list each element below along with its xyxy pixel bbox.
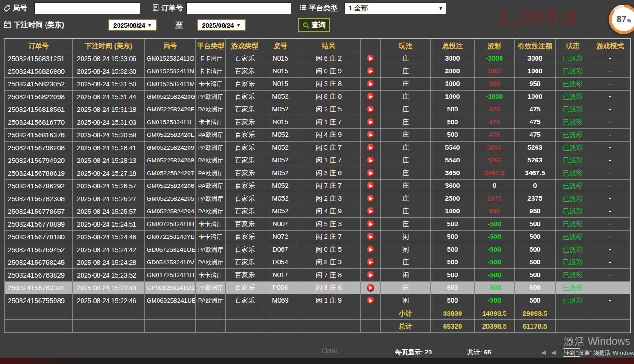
play-icon[interactable] [367, 258, 374, 266]
table-row[interactable]: 2508241567638292025-08-24 15:23:52GN0172… [5, 269, 630, 282]
cell-play[interactable] [361, 192, 381, 205]
table-row[interactable]: 2508241567633012025-08-24 15:23:48GP0062… [5, 282, 630, 294]
table-row[interactable]: 2508241567708992025-08-24 15:24:51GN0072… [5, 218, 630, 231]
round-number-input[interactable] [34, 2, 140, 14]
table-row[interactable]: 2508241568167702025-08-24 15:31:03GN0152… [5, 116, 630, 129]
play-icon[interactable] [367, 169, 374, 177]
cell-play[interactable] [361, 65, 381, 78]
table-row[interactable]: 2508241568220982025-08-24 15:31:44GM0522… [5, 91, 630, 103]
table-row[interactable]: 2508241568230522025-08-24 15:31:50GN0152… [5, 78, 630, 91]
cell-play[interactable] [361, 52, 381, 65]
cell-payout: 1900 [475, 65, 515, 78]
cell-play[interactable] [361, 269, 381, 282]
cell-play[interactable] [361, 154, 381, 167]
play-icon[interactable] [367, 246, 374, 253]
cell-play[interactable] [361, 243, 381, 256]
cell-payout: -500 [475, 231, 515, 243]
cell-total-bet: 2000 [431, 65, 475, 78]
table-row[interactable]: 2508241567886192025-08-24 15:27:18GM0522… [5, 167, 630, 180]
cell-play[interactable] [361, 218, 381, 231]
table-row[interactable]: 2508241568185612025-08-24 15:31:18GM0522… [5, 103, 630, 116]
play-icon[interactable] [367, 106, 374, 113]
column-header: 局号 [145, 39, 196, 52]
cell-play[interactable] [361, 91, 381, 103]
play-icon[interactable] [367, 297, 374, 304]
table-row[interactable]: 2508241567559892025-08-24 15:22:46GM0692… [5, 294, 630, 307]
date-from-value: 2025/08/24 [113, 22, 145, 29]
play-icon[interactable] [367, 157, 374, 164]
table-row[interactable]: 2508241567823082025-08-24 15:26:27GM0522… [5, 192, 630, 205]
cell-side: 庄 [381, 91, 431, 103]
cell-payout: 5263 [475, 154, 515, 167]
play-icon[interactable] [367, 131, 374, 139]
cell-round-no: GD067258241OE [145, 243, 196, 256]
play-icon[interactable] [367, 195, 374, 202]
play-icon[interactable] [367, 80, 374, 88]
platform-type-select[interactable]: 1.全部 ▼ [344, 2, 446, 14]
cell-round-no: GM0522582420G [145, 91, 196, 103]
table-row[interactable]: 2508241567949202025-08-24 15:28:13GM0522… [5, 154, 630, 167]
play-icon[interactable] [367, 220, 374, 228]
cell-round-no: GD0542582419V [145, 256, 196, 269]
date-to-picker[interactable]: 2025/08/24 ▼ [197, 19, 246, 31]
table-row[interactable]: 2508241567786572025-08-24 15:25:57GM0522… [5, 205, 630, 218]
table-row[interactable]: 2508241567701802025-08-24 15:24:46GN0722… [5, 231, 630, 243]
footer-empty-cell [196, 307, 226, 320]
play-icon[interactable] [367, 93, 374, 101]
cell-order-no: 250824156826980 [5, 65, 73, 78]
play-icon[interactable] [367, 144, 374, 152]
windows-activation-hint: 转到"设置"以激活 Windows [563, 349, 634, 357]
cell-valid-bet: 475 [515, 103, 556, 116]
play-icon[interactable] [367, 284, 374, 292]
cell-play[interactable] [361, 205, 381, 218]
play-icon[interactable] [367, 67, 374, 75]
cell-side: 闲 [381, 269, 431, 282]
play-icon[interactable] [367, 207, 374, 215]
cell-status: 已派彩 [556, 154, 590, 167]
cell-bet-time: 2025-08-24 15:24:46 [73, 231, 145, 243]
cell-status: 已派彩 [556, 269, 590, 282]
cell-play[interactable] [361, 294, 381, 307]
column-header: 订单号 [5, 39, 73, 52]
cell-platform: PA欧洲厅 [196, 129, 226, 142]
order-number-input[interactable] [186, 2, 291, 14]
cell-table-no: M069 [264, 294, 297, 307]
cell-play[interactable] [361, 129, 381, 142]
table-row[interactable]: 2508241567694522025-08-24 15:24:42GD0672… [5, 243, 630, 256]
cell-game-type: 百家乐 [226, 78, 264, 91]
prev-page-icon[interactable]: ◀ [551, 349, 556, 356]
cell-result: 闲 0 庄 5 [297, 243, 361, 256]
search-button[interactable]: 查询 [298, 18, 330, 32]
play-icon[interactable] [367, 182, 374, 190]
cell-status: 已派彩 [556, 78, 590, 91]
cell-play[interactable] [361, 282, 381, 294]
play-icon[interactable] [367, 233, 374, 241]
cell-play[interactable] [361, 78, 381, 91]
cell-play[interactable] [361, 116, 381, 129]
table-row[interactable]: 2508241568163762025-08-24 15:30:58GM0522… [5, 129, 630, 142]
footer-empty-cell [297, 307, 361, 320]
cell-play[interactable] [361, 180, 381, 192]
cell-order-no: 250824156823052 [5, 78, 73, 91]
table-row[interactable]: 2508241567862922025-08-24 15:26:57GM0522… [5, 180, 630, 192]
cell-valid-bet: 3000 [515, 52, 556, 65]
cell-payout: 475 [475, 129, 515, 142]
cell-play[interactable] [361, 103, 381, 116]
play-icon[interactable] [367, 55, 374, 62]
cell-platform: PA欧洲厅 [196, 180, 226, 192]
cell-bet-time: 2025-08-24 15:26:57 [73, 180, 145, 192]
date-to-value: 2025/08/24 [202, 22, 234, 29]
table-row[interactable]: 2508241567982082025-08-24 15:28:41GM0522… [5, 142, 630, 154]
cell-play[interactable] [361, 231, 381, 243]
table-row[interactable]: 2508241567682452025-08-24 15:24:28GD0542… [5, 256, 630, 269]
play-icon[interactable] [367, 118, 374, 126]
cell-total-bet: 5540 [431, 154, 475, 167]
cell-play[interactable] [361, 167, 381, 180]
cell-play[interactable] [361, 256, 381, 269]
first-page-icon[interactable]: ◀ [541, 349, 546, 356]
date-from-picker[interactable]: 2025/08/24 ▼ [108, 19, 157, 31]
table-row[interactable]: 2508241568269802025-08-24 15:32:30GN0152… [5, 65, 630, 78]
table-row[interactable]: 2508241568312512025-08-24 15:33:06GN0152… [5, 52, 630, 65]
cell-play[interactable] [361, 142, 381, 154]
play-icon[interactable] [367, 271, 374, 279]
